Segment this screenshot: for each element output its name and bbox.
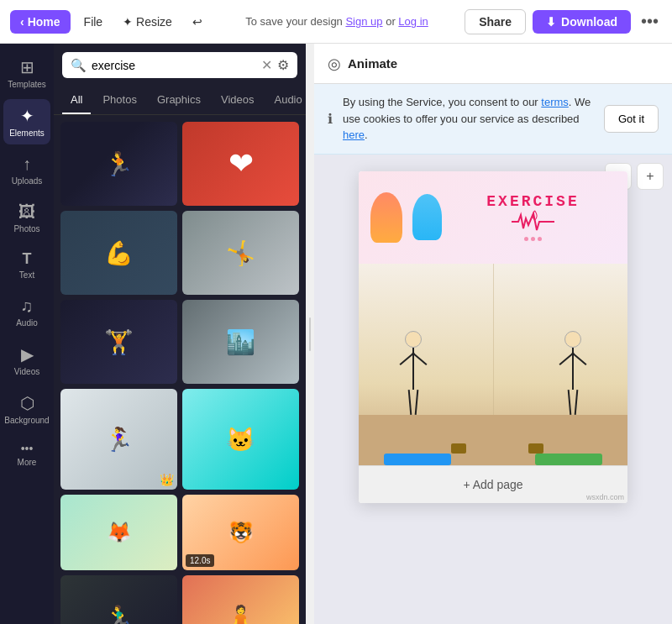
videos-icon: ▶	[21, 344, 34, 364]
file-button[interactable]: File	[77, 12, 110, 32]
tab-photos[interactable]: Photos	[94, 87, 144, 114]
nav-or-text: or	[383, 15, 399, 28]
top-navigation: ‹ Home File ✦ Resize ↩ To save your desi…	[0, 0, 672, 44]
sidebar-item-photos[interactable]: 🖼 Photos	[3, 196, 50, 240]
tab-audio[interactable]: Audio	[265, 87, 310, 114]
design-canvas: EXERCISE	[359, 171, 627, 503]
download-icon: ⬇	[546, 15, 556, 29]
nav-left: ‹ Home File ✦ Resize ↩	[10, 10, 209, 34]
character-right	[412, 194, 442, 240]
info-icon: ℹ	[328, 111, 333, 127]
sidebar-item-videos[interactable]: ▶ Videos	[3, 338, 50, 383]
elements-grid: 🏃 ❤ 💪 🤸 🏋️	[54, 115, 306, 624]
search-bar: 🔍 ✕ ⚙	[54, 44, 306, 87]
terms-link[interactable]: terms	[541, 96, 569, 108]
dot	[524, 237, 528, 241]
audio-icon: ♫	[21, 296, 34, 316]
list-item[interactable]: 🤸	[182, 211, 299, 295]
yoga-mat-left	[384, 454, 451, 465]
tab-all[interactable]: All	[62, 87, 91, 114]
exercise-label-area: EXERCISE	[450, 193, 616, 241]
list-item[interactable]: ❤	[182, 122, 299, 206]
elements-panel: 🔍 ✕ ⚙ All Photos Graphics Videos Audio 🏃	[54, 44, 306, 624]
nav-center-text: To save your design Sign up or Log in	[216, 15, 458, 28]
elements-label: Elements	[9, 128, 45, 138]
search-icon: 🔍	[71, 58, 87, 73]
search-clear-icon[interactable]: ✕	[261, 57, 272, 73]
tab-videos[interactable]: Videos	[213, 87, 263, 114]
sidebar-item-background[interactable]: ⬡ Background	[3, 386, 50, 432]
list-item[interactable]: 🏙️	[182, 300, 299, 384]
yoga-block-right	[528, 443, 543, 454]
sidebar: ⊞ Templates ✦ Elements ↑ Uploads 🖼 Photo…	[0, 44, 54, 624]
sidebar-item-templates[interactable]: ⊞ Templates	[3, 50, 50, 96]
background-label: Background	[4, 416, 49, 425]
videos-label: Videos	[14, 367, 39, 376]
sidebar-item-more[interactable]: ••• More	[3, 435, 50, 474]
undo-button[interactable]: ↩	[186, 12, 209, 32]
list-item[interactable]: 💪	[60, 211, 177, 295]
text-icon: T	[23, 250, 32, 268]
dot	[538, 237, 542, 241]
animate-label: Animate	[348, 56, 397, 71]
list-item[interactable]: 🏃‍♀️ 👑	[60, 389, 177, 490]
templates-icon: ⊞	[20, 57, 34, 77]
sidebar-item-audio[interactable]: ♫ Audio	[3, 290, 50, 334]
main-layout: ⊞ Templates ✦ Elements ↑ Uploads 🖼 Photo…	[0, 44, 672, 624]
panel-tabs: All Photos Graphics Videos Audio	[54, 87, 306, 115]
duration-badge: 12.0s	[186, 554, 214, 567]
cookie-text: By using the Service, you consent to our…	[343, 94, 594, 144]
person-left	[405, 331, 422, 415]
elements-icon: ✦	[20, 106, 34, 126]
exercise-title: EXERCISE	[450, 193, 616, 210]
pink-dots	[450, 237, 616, 241]
sidebar-item-elements[interactable]: ✦ Elements	[3, 99, 50, 144]
resize-button[interactable]: ✦ Resize	[116, 12, 179, 32]
search-input[interactable]	[92, 59, 256, 72]
sidebar-item-uploads[interactable]: ↑ Uploads	[3, 148, 50, 192]
more-icon: •••	[21, 442, 34, 455]
list-item[interactable]: 🐱	[182, 389, 299, 490]
uploads-icon: ↑	[23, 155, 31, 174]
dot	[531, 237, 535, 241]
uploads-label: Uploads	[12, 176, 43, 186]
character-left	[370, 192, 402, 243]
add-canvas-button[interactable]: +	[637, 163, 664, 190]
canvas-top-section: EXERCISE	[359, 171, 627, 264]
list-item[interactable]: 🏃	[60, 122, 177, 206]
download-button[interactable]: ⬇ Download	[533, 10, 631, 34]
more-label: More	[18, 458, 37, 467]
filter-icon[interactable]: ⚙	[277, 57, 289, 73]
here-link[interactable]: here	[343, 128, 365, 141]
home-button[interactable]: ‹ Home	[10, 10, 71, 34]
list-item[interactable]: 🏋️	[60, 300, 177, 384]
list-item[interactable]: 🏃‍♂️	[60, 575, 177, 624]
more-options-button[interactable]: •••	[638, 8, 662, 34]
share-button[interactable]: Share	[465, 9, 526, 34]
list-item[interactable]: 🐯 12.0s	[182, 495, 299, 570]
panel-resize-handle[interactable]	[306, 44, 314, 624]
yoga-block-left	[451, 443, 466, 454]
audio-label: Audio	[16, 318, 38, 328]
animate-bar: ◎ Animate	[314, 44, 672, 84]
chevron-left-icon: ‹	[20, 15, 24, 29]
home-label: Home	[28, 15, 60, 29]
photos-icon: 🖼	[18, 202, 35, 222]
signup-link[interactable]: Sign up	[345, 15, 382, 28]
nav-save-text: To save your design	[245, 15, 345, 28]
cookie-text-before: By using the Service, you consent to our	[343, 96, 541, 108]
tab-graphics[interactable]: Graphics	[149, 87, 209, 114]
yoga-mat-right	[535, 454, 602, 465]
sidebar-item-text[interactable]: T Text	[3, 244, 50, 286]
heart-ecg-svg	[510, 210, 556, 233]
nav-right: Share ⬇ Download •••	[465, 8, 662, 34]
crown-badge: 👑	[160, 473, 174, 486]
list-item[interactable]: 🧘	[182, 575, 299, 624]
watermark: wsxdn.com	[586, 493, 624, 501]
cookie-notice: ℹ By using the Service, you consent to o…	[314, 84, 672, 155]
got-it-button[interactable]: Got it	[604, 105, 659, 133]
login-link[interactable]: Log in	[398, 15, 428, 28]
animate-icon: ◎	[328, 55, 341, 73]
list-item[interactable]: 🦊	[60, 495, 177, 570]
canvas-scroll[interactable]: ⧉ + EXERCISE	[314, 155, 672, 625]
